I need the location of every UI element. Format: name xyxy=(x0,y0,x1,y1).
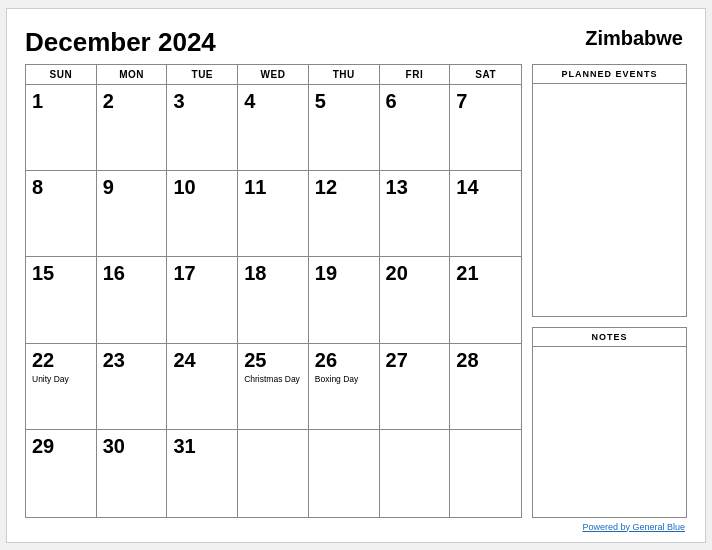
day-number: 28 xyxy=(456,348,515,372)
day-cell: 6 xyxy=(380,85,451,171)
notes-header: NOTES xyxy=(533,328,686,347)
country-title: Zimbabwe xyxy=(585,27,687,50)
day-number: 30 xyxy=(103,434,161,458)
day-number: 22 xyxy=(32,348,90,372)
day-number: 8 xyxy=(32,175,90,199)
day-header: SUN xyxy=(26,65,97,84)
day-number: 1 xyxy=(32,89,90,113)
day-number: 10 xyxy=(173,175,231,199)
day-cell: 3 xyxy=(167,85,238,171)
day-cell: 28 xyxy=(450,344,521,430)
day-number: 23 xyxy=(103,348,161,372)
day-header: TUE xyxy=(167,65,238,84)
day-cell: 20 xyxy=(380,257,451,343)
calendar-section: SUNMONTUEWEDTHUFRISAT 123456789101112131… xyxy=(25,64,522,518)
day-cell: 26Boxing Day xyxy=(309,344,380,430)
day-cell: 22Unity Day xyxy=(26,344,97,430)
day-header: SAT xyxy=(450,65,521,84)
day-number: 15 xyxy=(32,261,90,285)
day-cell: 23 xyxy=(97,344,168,430)
day-cell: 21 xyxy=(450,257,521,343)
calendar-page: December 2024 Zimbabwe SUNMONTUEWEDTHUFR… xyxy=(6,8,706,543)
day-cell: 19 xyxy=(309,257,380,343)
header-row: December 2024 Zimbabwe xyxy=(25,27,687,58)
day-cell: 25Christmas Day xyxy=(238,344,309,430)
planned-events-box: PLANNED EVENTS xyxy=(532,64,687,317)
day-cell: 10 xyxy=(167,171,238,257)
day-cell xyxy=(450,430,521,516)
day-number: 24 xyxy=(173,348,231,372)
day-header: WED xyxy=(238,65,309,84)
day-cell: 5 xyxy=(309,85,380,171)
day-number: 12 xyxy=(315,175,373,199)
day-cell: 11 xyxy=(238,171,309,257)
day-header: THU xyxy=(309,65,380,84)
day-header: MON xyxy=(97,65,168,84)
day-cell: 1 xyxy=(26,85,97,171)
day-number: 6 xyxy=(386,89,444,113)
day-number: 4 xyxy=(244,89,302,113)
day-cell: 12 xyxy=(309,171,380,257)
event-label: Unity Day xyxy=(32,374,90,384)
day-cell: 14 xyxy=(450,171,521,257)
day-number: 27 xyxy=(386,348,444,372)
day-number: 17 xyxy=(173,261,231,285)
day-cell: 27 xyxy=(380,344,451,430)
calendar-grid: 12345678910111213141516171819202122Unity… xyxy=(26,85,521,517)
day-cell: 4 xyxy=(238,85,309,171)
day-number: 11 xyxy=(244,175,302,199)
day-number: 29 xyxy=(32,434,90,458)
day-cell: 24 xyxy=(167,344,238,430)
day-number: 18 xyxy=(244,261,302,285)
day-number: 9 xyxy=(103,175,161,199)
footer: Powered by General Blue xyxy=(25,522,687,532)
day-cell xyxy=(238,430,309,516)
day-number: 3 xyxy=(173,89,231,113)
day-cell: 13 xyxy=(380,171,451,257)
notes-content xyxy=(533,347,686,517)
day-cell: 7 xyxy=(450,85,521,171)
day-number: 19 xyxy=(315,261,373,285)
day-cell xyxy=(309,430,380,516)
event-label: Christmas Day xyxy=(244,374,302,384)
day-number: 14 xyxy=(456,175,515,199)
day-cell: 30 xyxy=(97,430,168,516)
day-cell: 17 xyxy=(167,257,238,343)
day-number: 20 xyxy=(386,261,444,285)
planned-events-header: PLANNED EVENTS xyxy=(533,65,686,84)
day-number: 2 xyxy=(103,89,161,113)
day-number: 16 xyxy=(103,261,161,285)
day-cell: 29 xyxy=(26,430,97,516)
notes-box: NOTES xyxy=(532,327,687,518)
day-header: FRI xyxy=(380,65,451,84)
day-cell: 2 xyxy=(97,85,168,171)
day-cell: 8 xyxy=(26,171,97,257)
sidebar: PLANNED EVENTS NOTES xyxy=(532,64,687,518)
powered-by-link[interactable]: Powered by General Blue xyxy=(582,522,685,532)
day-cell: 18 xyxy=(238,257,309,343)
planned-events-content xyxy=(533,84,686,316)
month-year-title: December 2024 xyxy=(25,27,216,58)
day-number: 25 xyxy=(244,348,302,372)
day-headers: SUNMONTUEWEDTHUFRISAT xyxy=(26,65,521,85)
day-number: 7 xyxy=(456,89,515,113)
event-label: Boxing Day xyxy=(315,374,373,384)
day-cell xyxy=(380,430,451,516)
day-cell: 9 xyxy=(97,171,168,257)
day-number: 21 xyxy=(456,261,515,285)
main-area: SUNMONTUEWEDTHUFRISAT 123456789101112131… xyxy=(25,64,687,518)
day-number: 13 xyxy=(386,175,444,199)
day-number: 5 xyxy=(315,89,373,113)
day-cell: 16 xyxy=(97,257,168,343)
day-cell: 15 xyxy=(26,257,97,343)
day-number: 26 xyxy=(315,348,373,372)
day-number: 31 xyxy=(173,434,231,458)
day-cell: 31 xyxy=(167,430,238,516)
